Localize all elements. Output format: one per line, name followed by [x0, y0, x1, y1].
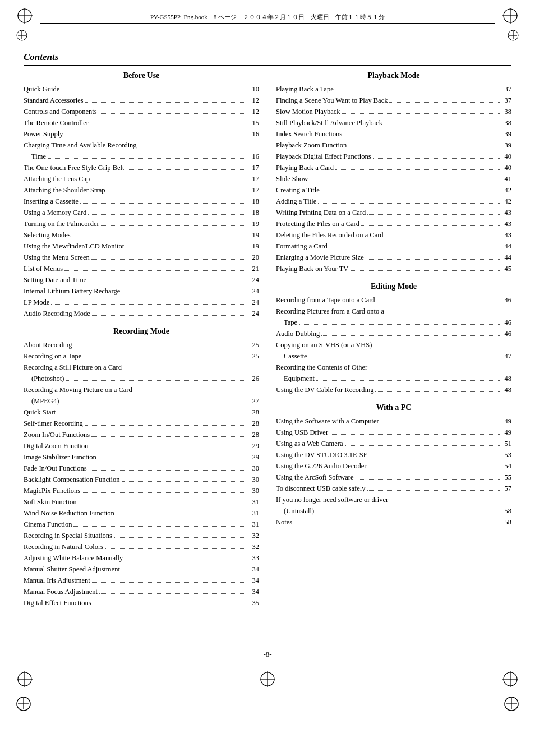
toc-protecting-files: Protecting the Files on a Card 43: [276, 218, 511, 229]
toc-playing-back-tv: Playing Back on Your TV 45: [276, 263, 511, 274]
toc-uninstall-indent: (Uninstall) 58: [276, 505, 511, 517]
toc-white-balance: Adjusting White Balance Manually 33: [24, 552, 259, 564]
toc-soft-skin: Soft Skin Function 31: [24, 496, 259, 508]
toc-charging-time-indent: Time 16: [24, 151, 259, 162]
toc-recording-tape-to-card: Recording from a Tape onto a Card 46: [276, 294, 511, 306]
page-number: -8-: [0, 650, 535, 659]
toc-deleting-files: Deleting the Files Recorded on a Card 43: [276, 229, 511, 241]
toc-date-time: Setting Date and Time 24: [24, 274, 259, 285]
toc-digital-effect: Digital Effect Functions 35: [24, 597, 259, 609]
section-before-use-heading: Before Use: [24, 71, 259, 80]
toc-charging-time: Charging Time and Available Recording: [24, 140, 259, 151]
toc-adding-title: Adding a Title 42: [276, 196, 511, 207]
section-pc-heading: With a PC: [276, 403, 511, 412]
toc-audio-dubbing: Audio Dubbing 46: [276, 328, 511, 339]
toc-shutter-speed: Manual Shutter Speed Adjustment 34: [24, 564, 259, 575]
toc-printing-data: Writing Printing Data on a Card 43: [276, 207, 511, 218]
toc-controls-components: Controls and Components 12: [24, 106, 259, 117]
page: PV-GS55PP_Eng.book 8 ページ ２００４年２月１０日 火曜日 …: [0, 0, 535, 756]
toc-playback-digital-effect: Playback Digital Effect Functions 40: [276, 151, 511, 162]
toc-finding-scene: Finding a Scene You Want to Play Back 37: [276, 95, 511, 106]
toc-about-recording: About Recording 25: [24, 339, 259, 351]
section-playback-heading: Playback Mode: [276, 71, 511, 80]
top-right-corner-mark: [507, 29, 519, 44]
toc-dv-cable: Using the DV Cable for Recording 48: [276, 384, 511, 395]
section-playback-mode: Playback Mode Playing Back a Tape 37 Fin…: [276, 71, 511, 274]
toc-slide-show: Slide Show 41: [276, 173, 511, 185]
bottom-left-circle: [16, 696, 31, 714]
section-recording-mode-heading: Recording Mode: [24, 327, 259, 336]
right-column: Playback Mode Playing Back a Tape 37 Fin…: [276, 71, 511, 616]
toc-standard-accessories: Standard Accessories 12: [24, 95, 259, 106]
toc-dv-studio: Using the DV STUDIO 3.1E-SE 53: [276, 449, 511, 460]
toc-equipment-indent: Equipment 48: [276, 373, 511, 384]
toc-recording-tape: Recording on a Tape 25: [24, 351, 259, 362]
section-with-pc: With a PC Using the Software with a Comp…: [276, 403, 511, 528]
toc-inserting-cassette: Inserting a Cassette 18: [24, 196, 259, 207]
toc-playback-zoom: Playback Zoom Function 39: [276, 140, 511, 151]
toc-index-search: Index Search Functions 39: [276, 128, 511, 140]
section-before-use: Before Use Quick Guide 10 Standard Acces…: [24, 71, 259, 319]
toc-moving-picture: Recording a Moving Picture on a Card: [24, 384, 259, 395]
toc-cinema: Cinema Function 31: [24, 519, 259, 530]
toc-disconnect-usb: To disconnect USB cable safely 57: [276, 483, 511, 494]
toc-memory-card: Using a Memory Card 18: [24, 207, 259, 218]
toc-usb-driver: Using USB Driver 49: [276, 427, 511, 438]
toc-list-menus: List of Menus 21: [24, 263, 259, 274]
toc-enlarging-movie: Enlarging a Movie Picture Size 44: [276, 252, 511, 263]
toc-special-situations: Recording in Special Situations 32: [24, 530, 259, 541]
toc-quick-guide: Quick Guide 10: [24, 84, 259, 95]
toc-lp-mode: LP Mode 24: [24, 297, 259, 308]
toc-lithium-battery: Internal Lithium Battery Recharge 24: [24, 285, 259, 297]
toc-copying-svhs: Copying on an S-VHS (or a VHS): [276, 339, 511, 351]
toc-g726-decoder: Using the G.726 Audio Decoder 54: [276, 460, 511, 472]
toc-cassette-indent: Cassette 47: [276, 351, 511, 362]
toc-fade-inout: Fade In/Out Functions 30: [24, 463, 259, 474]
toc-notes: Notes 58: [276, 517, 511, 528]
toc-still-picture: Recording a Still Picture on a Card: [24, 362, 259, 373]
toc-mpeg4: (MPEG4) 27: [24, 395, 259, 407]
toc-playing-back-tape: Playing Back a Tape 37: [276, 84, 511, 95]
toc-web-camera: Using as a Web Camera 51: [276, 438, 511, 449]
toc-magicpix: MagicPix Functions 30: [24, 485, 259, 496]
toc-iris-adjustment: Manual Iris Adjustment 34: [24, 575, 259, 586]
toc-slow-motion: Slow Motion Playback 38: [276, 106, 511, 117]
page-title: Contents: [24, 52, 511, 66]
top-right-crosshair: [501, 7, 519, 27]
toc-lens-cap: Attaching the Lens Cap 17: [24, 173, 259, 185]
toc-formatting-card: Formatting a Card 44: [276, 241, 511, 252]
toc-zoom: Zoom In/Out Functions 28: [24, 429, 259, 440]
section-recording-mode: Recording Mode About Recording 25 Record…: [24, 327, 259, 609]
section-editing-heading: Editing Mode: [276, 282, 511, 291]
toc-turning-on: Turning on the Palmcorder 19: [24, 218, 259, 229]
toc-backlight-compensation: Backlight Compensation Function 30: [24, 474, 259, 485]
toc-power-supply: Power Supply 16: [24, 128, 259, 140]
toc-self-timer: Self-timer Recording 28: [24, 418, 259, 429]
top-left-corner-mark: [16, 29, 28, 44]
toc-one-touch: The One-touch Free Style Grip Belt 17: [24, 162, 259, 173]
toc-menu-screen: Using the Menu Screen 20: [24, 252, 259, 263]
toc-shoulder-strap: Attaching the Shoulder Strap 17: [24, 185, 259, 196]
toc-viewfinder: Using the Viewfinder/LCD Monitor 19: [24, 241, 259, 252]
toc-audio-recording-mode: Audio Recording Mode 24: [24, 308, 259, 319]
bottom-center-crosshair: [259, 670, 276, 690]
bottom-left-crosshair: [16, 670, 34, 690]
toc-playing-back-card: Playing Back a Card 40: [276, 162, 511, 173]
toc-creating-title: Creating a Title 42: [276, 185, 511, 196]
section-editing-mode: Editing Mode Recording from a Tape onto …: [276, 282, 511, 395]
bottom-right-circle: [504, 696, 519, 714]
main-content: Contents Before Use Quick Guide 10 Stand…: [0, 46, 535, 633]
toc-recording-pictures-card: Recording Pictures from a Card onto a: [276, 306, 511, 317]
toc-selecting-modes: Selecting Modes 19: [24, 229, 259, 241]
toc-photoshot: (Photoshot) 26: [24, 373, 259, 384]
toc-quick-start: Quick Start 28: [24, 407, 259, 418]
toc-arcsoft: Using the ArcSoft Software 55: [276, 472, 511, 483]
toc-digital-zoom: Digital Zoom Function 29: [24, 440, 259, 451]
bottom-right-crosshair: [501, 670, 519, 690]
toc-container: Before Use Quick Guide 10 Standard Acces…: [24, 71, 511, 616]
toc-image-stabilizer: Image Stabilizer Function 29: [24, 451, 259, 463]
top-header-bar: PV-GS55PP_Eng.book 8 ページ ２００４年２月１０日 火曜日 …: [40, 11, 495, 24]
toc-remote-controller: The Remote Controller 15: [24, 117, 259, 128]
toc-natural-colors: Recording in Natural Colors 32: [24, 541, 259, 552]
bottom-corner-circles: [0, 696, 535, 723]
